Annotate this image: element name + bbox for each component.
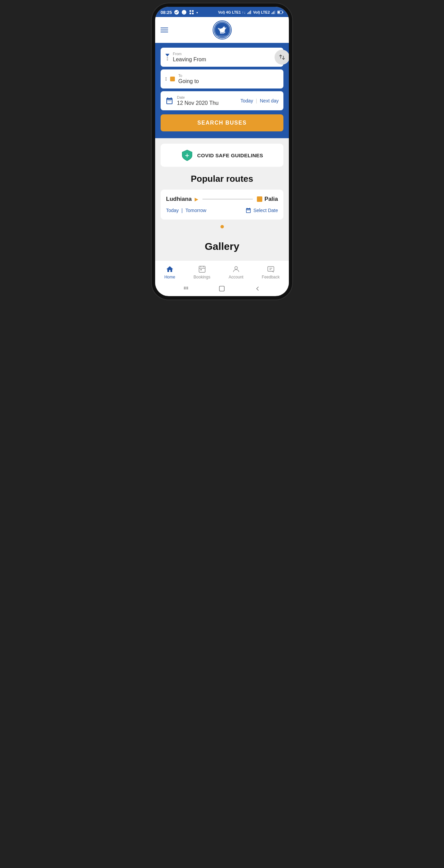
- gallery-title: Gallery: [161, 235, 283, 255]
- to-icon: [165, 77, 167, 81]
- svg-rect-2: [190, 10, 191, 12]
- select-date-label: Select Date: [253, 208, 278, 213]
- swap-icon: [279, 54, 285, 61]
- route-card: Ludhiana ▶ Palia Today | Tomorrow: [161, 190, 283, 220]
- svg-rect-24: [224, 32, 225, 33]
- route-to-icon: [257, 196, 262, 202]
- popular-routes-section: Popular routes Ludhiana ▶ Palia Today |: [161, 174, 283, 220]
- signal2-icon: [271, 10, 276, 15]
- battery-icon: [277, 10, 283, 14]
- bookings-icon: [198, 265, 207, 274]
- logo-svg: www.bluehorsetravel.com: [214, 21, 231, 38]
- svg-rect-31: [185, 287, 186, 288]
- android-recent-apps[interactable]: [254, 285, 261, 292]
- svg-text:...: ...: [183, 12, 185, 14]
- svg-rect-6: [247, 13, 248, 14]
- covid-card[interactable]: COVID SAFE GUIDELINES: [161, 144, 283, 167]
- swap-button[interactable]: [275, 50, 289, 65]
- route-pipe: |: [181, 208, 183, 213]
- date-card[interactable]: Date 12 Nov 2020 Thu Today | Next day: [161, 91, 283, 110]
- svg-rect-32: [187, 287, 188, 288]
- svg-rect-16: [278, 11, 280, 13]
- svg-rect-5: [192, 13, 194, 14]
- date-divider: |: [256, 98, 257, 103]
- next-day-button[interactable]: Next day: [260, 98, 279, 103]
- app-icon: [189, 10, 194, 15]
- signal-icon: [247, 10, 252, 15]
- shield-icon: [181, 149, 193, 161]
- svg-rect-10: [272, 13, 272, 14]
- status-right: Vol) 4G LTE1 ↑↓ Vol) LTE2: [218, 10, 283, 15]
- carousel-dots: [161, 225, 283, 228]
- today-button[interactable]: Today: [241, 98, 253, 103]
- date-label: Date: [177, 95, 218, 99]
- nav-bookings[interactable]: Bookings: [190, 263, 214, 281]
- nav-feedback[interactable]: Feedback: [258, 263, 284, 281]
- svg-rect-15: [282, 12, 283, 13]
- svg-rect-8: [249, 11, 250, 14]
- android-back-lines[interactable]: [183, 285, 190, 292]
- search-section: From Leaving From: [155, 43, 289, 138]
- date-left: Date 12 Nov 2020 Thu: [165, 95, 218, 106]
- route-line: [202, 199, 253, 199]
- route-row: Ludhiana ▶ Palia: [166, 196, 278, 203]
- triangle-down-icon: [165, 54, 169, 57]
- svg-rect-9: [250, 11, 251, 14]
- hamburger-menu[interactable]: [161, 28, 168, 32]
- from-card[interactable]: From Leaving From: [161, 48, 283, 67]
- header: www.bluehorsetravel.com: [155, 17, 289, 43]
- nav-feedback-label: Feedback: [262, 275, 280, 279]
- date-text-group: Date 12 Nov 2020 Thu: [177, 95, 218, 106]
- popular-routes-title: Popular routes: [161, 174, 283, 184]
- network-text: Vol) 4G LTE1 ↑↓: [218, 10, 246, 14]
- from-value: Leaving From: [173, 57, 206, 63]
- home-icon: [165, 265, 174, 274]
- bottom-nav: Home Bookings Account Feedback: [155, 260, 289, 282]
- svg-rect-27: [200, 269, 202, 270]
- content-area: COVID SAFE GUIDELINES Popular routes Lud…: [155, 138, 289, 260]
- search-buses-button[interactable]: SEARCH BUSES: [161, 114, 283, 131]
- carousel-dot-active: [220, 225, 224, 228]
- to-card[interactable]: To Going to: [161, 69, 283, 89]
- logo: www.bluehorsetravel.com: [213, 20, 232, 39]
- route-to: Palia: [257, 196, 278, 203]
- to-label: To: [178, 74, 199, 78]
- svg-rect-23: [223, 32, 224, 34]
- svg-rect-11: [273, 12, 273, 14]
- message-icon: ...: [181, 10, 187, 15]
- nav-account[interactable]: Account: [225, 263, 247, 281]
- from-to-wrapper: From Leaving From: [161, 48, 283, 89]
- shield-icon-wrap: [181, 149, 193, 161]
- svg-rect-3: [192, 10, 194, 12]
- to-value: Going to: [178, 78, 199, 84]
- network2-text: Vol) LTE2: [253, 10, 270, 14]
- route-from: Ludhiana: [166, 196, 192, 203]
- date-actions: Today | Next day: [241, 98, 279, 103]
- nav-home[interactable]: Home: [160, 263, 179, 281]
- svg-rect-13: [275, 11, 275, 14]
- phone-frame: 08:25 ... • Vol) 4G LTE1 ↑↓ Vol) LTE2: [155, 7, 289, 296]
- svg-rect-35: [187, 288, 188, 289]
- svg-rect-36: [219, 286, 225, 291]
- account-icon: [232, 265, 241, 274]
- status-bar: 08:25 ... • Vol) 4G LTE1 ↑↓ Vol) LTE2: [155, 7, 289, 17]
- android-home-circle[interactable]: [218, 285, 226, 292]
- svg-rect-22: [221, 32, 223, 34]
- status-left: 08:25 ... •: [161, 10, 198, 15]
- svg-rect-26: [199, 266, 205, 272]
- route-today-button[interactable]: Today: [166, 208, 179, 213]
- route-date-btns: Today | Tomorrow: [166, 208, 206, 213]
- feedback-icon: [266, 265, 275, 274]
- svg-rect-30: [184, 287, 185, 288]
- select-date-button[interactable]: Select Date: [245, 207, 278, 213]
- from-label: From: [173, 52, 206, 56]
- svg-rect-12: [274, 11, 274, 14]
- check-icon: [174, 10, 179, 15]
- covid-label: COVID SAFE GUIDELINES: [197, 152, 263, 158]
- android-nav: [155, 282, 289, 296]
- svg-rect-4: [190, 13, 191, 14]
- select-date-calendar-icon: [245, 207, 251, 213]
- route-tomorrow-button[interactable]: Tomorrow: [185, 208, 206, 213]
- svg-rect-29: [268, 267, 274, 271]
- from-icon: [165, 54, 169, 61]
